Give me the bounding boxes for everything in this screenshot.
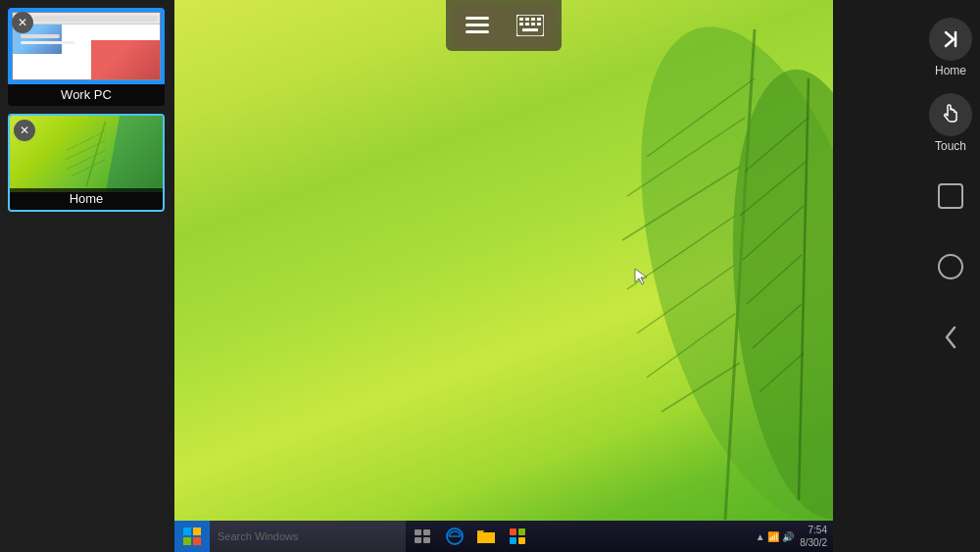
recents-button[interactable] <box>925 171 976 222</box>
svg-rect-31 <box>525 23 529 25</box>
svg-rect-46 <box>510 528 516 535</box>
svg-rect-34 <box>522 28 538 31</box>
work-pc-label: Work PC <box>8 84 165 106</box>
task-view-button[interactable] <box>410 523 437 550</box>
taskbar-clock: 7:54 8/30/2 <box>800 524 827 549</box>
svg-rect-37 <box>193 527 201 535</box>
home-close-button[interactable]: ✕ <box>14 120 35 141</box>
home-icon-circle <box>929 18 972 61</box>
svg-rect-40 <box>415 529 421 535</box>
work-pc-card[interactable]: ✕ Work <box>8 8 165 106</box>
svg-rect-27 <box>525 18 529 21</box>
home-nav-button[interactable]: Home <box>925 10 976 85</box>
svg-rect-48 <box>510 537 516 544</box>
svg-line-3 <box>68 150 106 170</box>
svg-rect-28 <box>531 18 535 21</box>
edge-browser-icon[interactable] <box>441 523 468 550</box>
svg-rect-43 <box>423 537 430 543</box>
start-button[interactable] <box>174 521 210 552</box>
back-button[interactable] <box>925 312 976 363</box>
svg-line-4 <box>72 160 105 176</box>
svg-rect-30 <box>519 23 523 25</box>
svg-line-0 <box>86 122 106 186</box>
svg-point-52 <box>939 255 962 278</box>
svg-rect-33 <box>537 23 541 25</box>
touch-icon-circle <box>929 93 972 136</box>
svg-rect-23 <box>466 24 489 26</box>
system-tray-icons: ▲ 📶 🔊 <box>756 531 794 542</box>
svg-rect-26 <box>519 18 523 21</box>
svg-rect-42 <box>415 537 421 543</box>
svg-rect-47 <box>518 528 525 535</box>
svg-rect-29 <box>537 18 541 21</box>
touch-nav-button[interactable]: Touch <box>925 85 976 161</box>
taskbar-pinned-icons <box>406 523 535 550</box>
taskbar-search-label: Search Windows <box>218 530 299 542</box>
session-sidebar: ✕ Work <box>0 0 174 552</box>
svg-rect-38 <box>183 537 191 545</box>
svg-rect-24 <box>466 30 489 33</box>
svg-rect-22 <box>466 17 489 20</box>
circle-home-button[interactable] <box>925 241 976 292</box>
remote-toolbar <box>446 0 562 51</box>
home-nav-label: Home <box>935 64 966 77</box>
svg-rect-49 <box>518 537 525 544</box>
android-nav-bar: Home Touch <box>921 0 980 552</box>
taskbar-search[interactable]: Search Windows <box>210 521 406 552</box>
home-card[interactable]: ✕ Home <box>8 114 165 212</box>
windows-taskbar: Search Windows <box>174 521 833 552</box>
svg-rect-51 <box>939 184 962 208</box>
svg-line-2 <box>66 140 106 160</box>
work-pc-close-button[interactable]: ✕ <box>12 12 33 33</box>
taskbar-system-tray: ▲ 📶 🔊 7:54 8/30/2 <box>756 524 833 549</box>
leaf-decoration <box>539 0 833 552</box>
menu-button[interactable] <box>452 4 503 47</box>
keyboard-button[interactable] <box>505 4 556 47</box>
file-explorer-icon[interactable] <box>472 523 500 550</box>
store-icon[interactable] <box>504 523 531 550</box>
svg-rect-39 <box>193 537 201 545</box>
touch-nav-label: Touch <box>935 139 966 153</box>
home-label: Home <box>10 188 163 210</box>
svg-rect-41 <box>423 529 430 535</box>
svg-rect-32 <box>531 23 535 25</box>
remote-desktop-view[interactable]: Search Windows <box>174 0 833 552</box>
svg-rect-36 <box>183 527 191 535</box>
